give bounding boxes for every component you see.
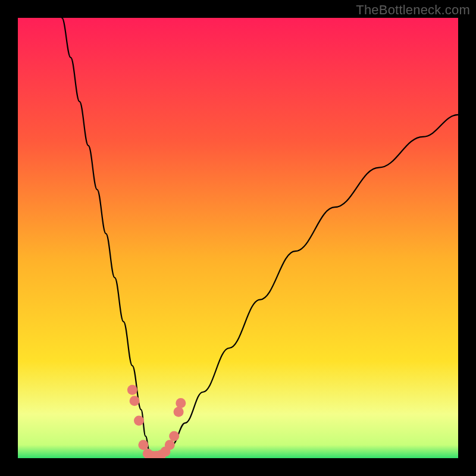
marker-dot	[127, 385, 137, 395]
watermark-text: TheBottleneck.com	[356, 2, 470, 18]
chart-frame: TheBottleneck.com	[0, 0, 476, 476]
marker-dot	[138, 440, 148, 450]
gradient-background	[18, 18, 458, 458]
chart-svg	[18, 18, 458, 458]
marker-dot	[130, 396, 140, 406]
marker-dot	[174, 407, 184, 417]
marker-dot	[169, 431, 179, 441]
marker-dot	[134, 416, 144, 426]
marker-dot	[176, 398, 186, 408]
plot-area	[18, 18, 458, 458]
marker-dot	[165, 440, 175, 450]
